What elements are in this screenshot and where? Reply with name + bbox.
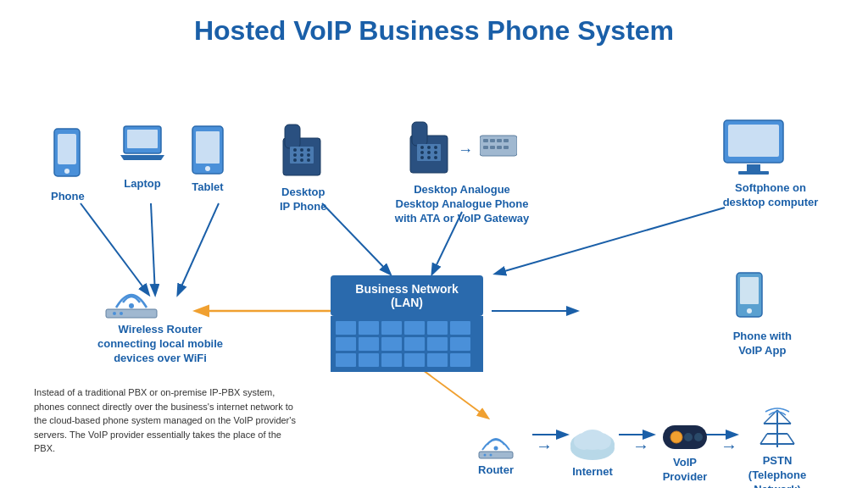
wireless-router-icon — [97, 275, 165, 319]
device-desktop-ip: Desktop IP Phone — [280, 121, 326, 214]
svg-point-19 — [205, 166, 210, 171]
device-softphone: Softphone on desktop computer — [720, 119, 821, 210]
device-softphone-label: Softphone on desktop computer — [720, 181, 821, 210]
device-desktop-ip-label: Desktop IP Phone — [280, 186, 326, 214]
svg-rect-18 — [196, 131, 220, 164]
svg-rect-16 — [127, 130, 158, 148]
svg-point-38 — [420, 151, 424, 154]
info-text: Instead of a traditional PBX or on-premi… — [34, 385, 297, 456]
svg-line-4 — [322, 203, 390, 274]
svg-point-35 — [420, 146, 424, 149]
svg-point-75 — [670, 431, 682, 443]
monitor-icon — [720, 119, 787, 178]
bottom-router-label: Router — [478, 463, 514, 478]
svg-point-39 — [427, 151, 431, 154]
wireless-router: Wireless Routerconnecting local mobilede… — [97, 275, 223, 366]
svg-point-42 — [427, 156, 431, 159]
svg-point-30 — [300, 158, 303, 162]
svg-point-29 — [293, 158, 297, 162]
bottom-internet-label: Internet — [572, 465, 613, 480]
svg-line-85 — [787, 434, 794, 444]
pstn-tower-icon — [757, 407, 798, 451]
svg-point-76 — [684, 433, 693, 441]
svg-point-64 — [494, 446, 498, 450]
device-analogue: → Desktop AnalogueDesktop Analogue Phone… — [394, 119, 530, 226]
arrow-voip-pstn: → — [721, 436, 737, 456]
business-network: Business Network (LAN) — [331, 275, 483, 372]
svg-point-59 — [113, 312, 116, 315]
svg-rect-47 — [497, 139, 502, 142]
bottom-voip-provider: VoIPProvider — [651, 419, 719, 485]
arrow-router-internet: → — [536, 436, 553, 456]
device-tablet-label: Tablet — [191, 180, 225, 195]
svg-point-43 — [434, 156, 437, 159]
svg-rect-52 — [504, 146, 509, 149]
svg-point-57 — [129, 303, 134, 308]
business-network-label: Business Network (LAN) — [331, 275, 483, 316]
svg-rect-21 — [285, 125, 300, 148]
bottom-router: Router — [458, 426, 534, 478]
svg-point-40 — [434, 151, 437, 154]
bottom-pstn: PSTN(TelephoneNetwork) — [739, 407, 815, 488]
bottom-internet: Internet — [554, 424, 631, 480]
arrow-internet-voip: → — [632, 436, 649, 456]
router-icon — [472, 426, 520, 460]
voip-provider-icon — [661, 419, 709, 452]
svg-rect-46 — [490, 139, 495, 142]
device-tablet: Tablet — [191, 125, 225, 195]
svg-rect-62 — [740, 277, 759, 304]
page-title: Hosted VoIP Business Phone System — [0, 0, 868, 55]
device-phone-label: Phone — [51, 190, 85, 204]
wireless-router-label: Wireless Routerconnecting local mobilede… — [97, 323, 223, 366]
svg-line-84 — [760, 434, 767, 444]
svg-point-73 — [591, 433, 611, 450]
bottom-row: Router → Internet → — [458, 407, 815, 488]
phone-icon — [51, 127, 83, 186]
svg-point-66 — [484, 453, 487, 456]
svg-rect-33 — [412, 122, 427, 146]
voip-phone-icon — [733, 271, 765, 326]
svg-point-77 — [694, 433, 703, 441]
svg-line-6 — [496, 208, 725, 274]
svg-rect-48 — [504, 139, 509, 142]
analogue-phone-icon — [407, 119, 451, 180]
tablet-icon — [191, 125, 225, 177]
ata-device-icon — [480, 134, 517, 159]
svg-rect-51 — [497, 146, 502, 149]
svg-point-41 — [420, 156, 424, 159]
svg-point-31 — [307, 158, 310, 162]
svg-point-26 — [293, 153, 297, 157]
svg-point-60 — [120, 312, 123, 315]
device-laptop-label: Laptop — [120, 177, 164, 191]
internet-cloud-icon — [565, 424, 620, 462]
svg-point-36 — [427, 146, 431, 149]
svg-rect-49 — [483, 146, 488, 149]
voip-phone: Phone withVoIP App — [733, 271, 792, 358]
svg-rect-13 — [58, 134, 76, 164]
device-phone: Phone — [51, 127, 85, 204]
bottom-voip-label: VoIPProvider — [663, 456, 708, 485]
device-analogue-label: Desktop AnalogueDesktop Analogue Phone w… — [394, 183, 530, 226]
svg-point-23 — [293, 148, 297, 152]
svg-point-63 — [747, 308, 752, 313]
svg-point-25 — [307, 148, 310, 152]
svg-point-28 — [307, 153, 310, 157]
svg-point-37 — [434, 146, 437, 149]
svg-rect-45 — [483, 139, 488, 142]
desktop-ip-phone-icon — [280, 121, 324, 182]
svg-point-14 — [64, 169, 70, 174]
svg-rect-56 — [738, 171, 769, 175]
bottom-pstn-label: PSTN(TelephoneNetwork) — [748, 454, 806, 488]
svg-point-24 — [300, 148, 303, 152]
svg-point-67 — [490, 453, 492, 456]
device-laptop: Laptop — [120, 123, 164, 191]
svg-rect-50 — [490, 146, 495, 149]
svg-rect-54 — [728, 125, 779, 157]
laptop-icon — [120, 123, 164, 174]
building-windows — [331, 316, 483, 372]
svg-point-27 — [300, 153, 303, 157]
voip-phone-label: Phone withVoIP App — [733, 330, 792, 358]
